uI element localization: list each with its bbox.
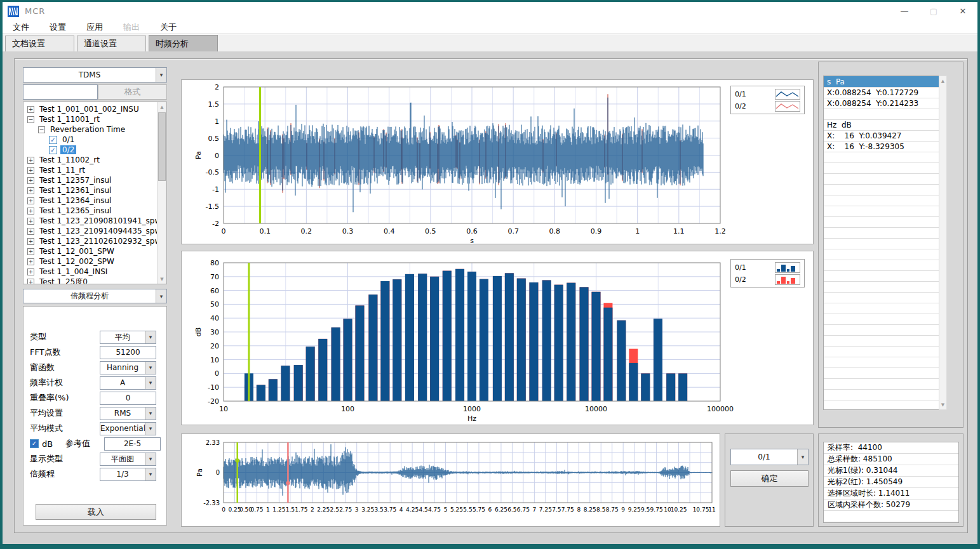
expand-plus-icon[interactable]: +	[27, 218, 34, 225]
tree-item[interactable]: +Test 1_123_210908101941_spw	[23, 216, 166, 226]
cursor-readout-row[interactable]: X: 16 Y:-8.329305	[824, 142, 939, 152]
tree-item[interactable]: +Test 1_25度0	[23, 277, 166, 284]
form-select-2[interactable]: Hanning▾	[100, 361, 156, 374]
checkbox-checked-icon[interactable]: ✓	[30, 439, 39, 448]
form-input-1[interactable]	[100, 346, 156, 359]
cursor-readout-row[interactable]	[824, 239, 939, 249]
tab-0[interactable]: 文档设置	[5, 36, 74, 51]
tab-1[interactable]: 通道设置	[77, 36, 146, 51]
close-button[interactable]: ✕	[948, 2, 977, 20]
expand-plus-icon[interactable]: +	[27, 258, 34, 265]
tree-item[interactable]: −Reverberation Time	[23, 124, 166, 135]
cursor-readout-row[interactable]	[824, 357, 939, 368]
channel-select[interactable]: 0/1 ▾	[730, 449, 809, 465]
scroll-up-icon[interactable]: ▲	[158, 102, 166, 112]
form-select-0[interactable]: 平均▾	[100, 331, 156, 344]
tree-item[interactable]: +Test 1_12_002_SPW	[23, 256, 166, 267]
collapse-minus-icon[interactable]: −	[27, 116, 34, 123]
cursor-readout-row[interactable]	[824, 303, 939, 314]
scroll-down-icon[interactable]: ▼	[939, 400, 946, 409]
tree-item[interactable]: +Test 1_12_001_SPW	[23, 246, 166, 256]
tree-item[interactable]: +Test 1_12357_insul	[23, 175, 166, 185]
form-select-8[interactable]: 平面图▾	[100, 453, 156, 466]
expand-plus-icon[interactable]: +	[27, 106, 34, 113]
octave-spectrum-chart[interactable]: 80706050403020100-10-2010100100010000100…	[182, 251, 814, 426]
cursor-readout-row[interactable]	[824, 336, 939, 347]
readout-header[interactable]: s Pa	[824, 76, 939, 88]
overview-waveform-chart[interactable]: 2.330-2.3300.250.500.7511.251.51.7522.25…	[182, 434, 721, 527]
waveform-chart[interactable]: 21.510.50-0.5-1-1.5-200.10.20.30.40.50.6…	[182, 80, 814, 245]
cursor-readout-row[interactable]: X: 16 Y:0.039427	[824, 131, 939, 142]
checkbox-checked-icon[interactable]: ✓	[49, 146, 57, 154]
expand-plus-icon[interactable]: +	[27, 187, 34, 194]
cursor-readout-row[interactable]	[824, 152, 939, 163]
expand-plus-icon[interactable]: +	[27, 279, 34, 285]
form-select-5[interactable]: RMS▾	[100, 407, 156, 420]
cursor-readout-row[interactable]	[824, 347, 939, 357]
analysis-type-select[interactable]: 倍频程分析 ▾	[23, 289, 167, 303]
cursor-readout-row[interactable]	[824, 185, 939, 195]
cursor-readout-row[interactable]	[824, 109, 939, 120]
tree-item[interactable]: +Test 1_11_rt	[23, 165, 166, 175]
scroll-up-icon[interactable]: ▲	[939, 76, 946, 86]
checkbox-checked-icon[interactable]: ✓	[49, 136, 57, 144]
tree-scrollbar-thumb[interactable]	[158, 112, 166, 181]
expand-plus-icon[interactable]: +	[27, 208, 34, 215]
cursor-readout-row[interactable]	[824, 390, 939, 400]
reference-value-input[interactable]	[104, 437, 161, 451]
cursor-readout-row[interactable]: X:0.088254 Y:0.172729	[824, 88, 939, 98]
cursor-readout-row[interactable]	[824, 206, 939, 217]
tree-item[interactable]: +Test 1_123_210914094435_spw	[23, 226, 166, 236]
menu-item-0[interactable]: 文件	[3, 22, 39, 33]
cursor-readout-row[interactable]	[824, 314, 939, 325]
cursor-readout-row[interactable]	[824, 271, 939, 282]
cursor-readout-row[interactable]	[824, 325, 939, 336]
cursor-readout-row[interactable]: X:0.088254 Y:0.214233	[824, 98, 939, 109]
cursor-readout-row[interactable]	[824, 379, 939, 390]
tree-item[interactable]: +Test 1_001_001_002_INSU	[23, 104, 166, 114]
cursor-readout-row[interactable]	[824, 217, 939, 228]
file-format-select[interactable]: TDMS ▾	[23, 67, 167, 83]
cursor-readout-row[interactable]	[824, 368, 939, 379]
minimize-button[interactable]: —	[890, 2, 919, 20]
scroll-down-icon[interactable]: ▼	[158, 274, 166, 284]
tree-item[interactable]: −Test 1_11001_rt	[23, 114, 166, 124]
readout-scrollbar[interactable]: ▲ ▼	[939, 76, 947, 410]
filter-input[interactable]	[23, 84, 98, 100]
cursor-readout-row[interactable]	[824, 174, 939, 185]
load-button[interactable]: 载入	[36, 504, 156, 520]
menu-item-1[interactable]: 设置	[39, 22, 76, 33]
expand-plus-icon[interactable]: +	[27, 157, 34, 164]
form-input-4[interactable]	[100, 392, 156, 405]
form-select-6[interactable]: Exponential▾	[100, 422, 156, 435]
cursor-readout-row[interactable]	[824, 293, 939, 303]
tab-2[interactable]: 时频分析	[149, 35, 218, 51]
tree-item[interactable]: +Test 1_12364_insul	[23, 195, 166, 206]
expand-plus-icon[interactable]: +	[27, 197, 34, 204]
tree-item[interactable]: +Test 1_12361_insul	[23, 185, 166, 195]
cursor-readout-row[interactable]: Hz dB	[824, 120, 939, 131]
cursor-readout-row[interactable]	[824, 249, 939, 260]
form-select-9[interactable]: 1/3▾	[100, 468, 156, 481]
menu-item-4[interactable]: 关于	[150, 22, 187, 33]
cursor-readout-row[interactable]	[824, 260, 939, 271]
cursor-readout-row[interactable]	[824, 195, 939, 206]
format-button[interactable]: 格式	[98, 84, 167, 100]
expand-plus-icon[interactable]: +	[27, 238, 34, 245]
expand-plus-icon[interactable]: +	[27, 167, 34, 174]
tree-item[interactable]: +Test 1_123_211026102932_spw	[23, 236, 166, 246]
expand-plus-icon[interactable]: +	[27, 268, 34, 275]
tree-item[interactable]: ✓0/1	[23, 135, 166, 145]
form-select-3[interactable]: A▾	[100, 376, 156, 390]
expand-plus-icon[interactable]: +	[27, 248, 34, 255]
maximize-button[interactable]: ▢	[919, 2, 948, 20]
tree-item[interactable]: +Test 1_12365_insul	[23, 206, 166, 216]
tree-scrollbar[interactable]: ▲ ▼	[157, 102, 166, 284]
confirm-button[interactable]: 确定	[730, 470, 809, 487]
expand-plus-icon[interactable]: +	[27, 228, 34, 235]
tree-item[interactable]: ✓0/2	[23, 145, 166, 155]
menu-item-2[interactable]: 应用	[76, 22, 113, 33]
expand-plus-icon[interactable]: +	[27, 177, 34, 184]
collapse-minus-icon[interactable]: −	[38, 126, 45, 133]
tree-item[interactable]: +Test 1_11002_rt	[23, 155, 166, 165]
